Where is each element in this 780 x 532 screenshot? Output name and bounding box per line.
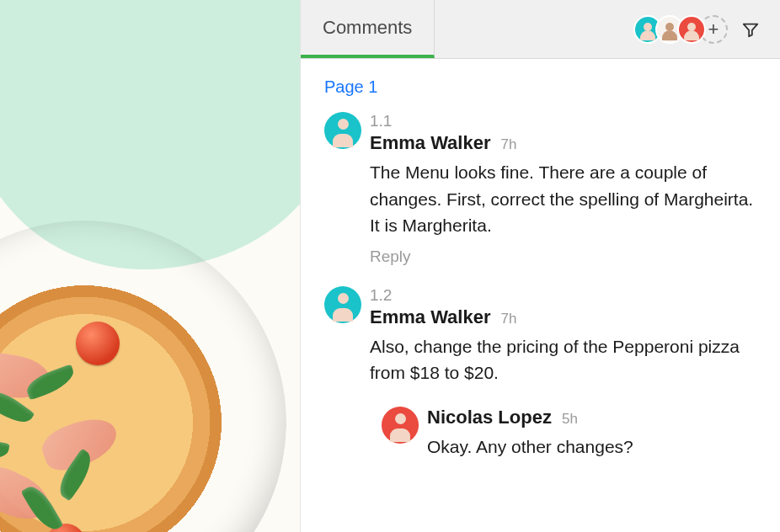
comment-timestamp: 7h: [500, 136, 516, 153]
comments-thread: Page 1 1.1 Emma Walker 7h The Menu looks…: [301, 59, 780, 532]
collaborator-avatars[interactable]: +: [633, 15, 728, 44]
comments-panel: Comments + Page 1 1.1 Emma Wa: [300, 0, 780, 532]
comment-item[interactable]: 1.2 Emma Walker 7h Also, change the pric…: [324, 286, 756, 386]
comment-number: 1.1: [370, 112, 756, 130]
page-section-link[interactable]: Page 1: [324, 77, 756, 97]
pizza-illustration: [0, 221, 286, 532]
comment-timestamp: 7h: [500, 311, 516, 327]
comment-avatar: [324, 286, 361, 323]
collaborator-avatar[interactable]: [677, 15, 706, 44]
comment-author: Emma Walker: [370, 306, 490, 328]
comment-timestamp: 5h: [562, 411, 578, 428]
document-preview: [0, 0, 300, 532]
comment-reply-item[interactable]: Nicolas Lopez 5h Okay. Any other changes…: [382, 407, 756, 460]
tab-comments-label: Comments: [323, 17, 412, 39]
comment-body: Also, change the pricing of the Pepperon…: [370, 333, 756, 386]
comments-tabbar: Comments +: [301, 0, 780, 59]
comment-body: Okay. Any other changes?: [427, 434, 756, 460]
comment-avatar: [324, 112, 361, 149]
tabbar-actions: +: [633, 0, 780, 58]
filter-icon[interactable]: [736, 15, 765, 44]
reply-button[interactable]: Reply: [370, 247, 411, 266]
comment-number: 1.2: [370, 286, 756, 305]
comment-body: The Menu looks fine. There are a couple …: [370, 159, 756, 239]
comment-author: Emma Walker: [370, 132, 490, 154]
comment-avatar: [382, 407, 419, 444]
comment-item[interactable]: 1.1 Emma Walker 7h The Menu looks fine. …: [324, 112, 756, 266]
tab-comments[interactable]: Comments: [301, 0, 435, 58]
comment-author: Nicolas Lopez: [427, 407, 552, 428]
